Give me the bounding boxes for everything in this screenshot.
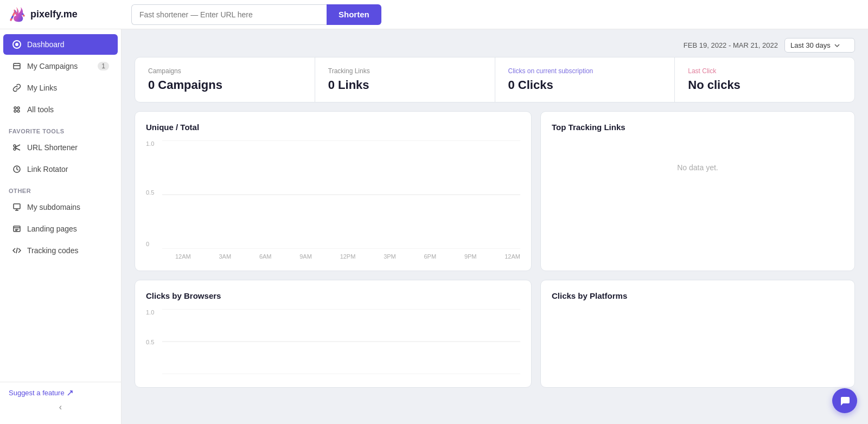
svg-point-9 (14, 148, 16, 150)
x-labels: 12AM 3AM 6AM 9AM 12PM 3PM 6PM 9PM 12AM (162, 251, 520, 260)
svg-point-7 (17, 110, 20, 112)
svg-point-4 (14, 107, 16, 109)
sidebar-item-tracking-codes[interactable]: Tracking codes (3, 240, 118, 261)
chat-icon (839, 395, 851, 407)
stat-campaigns: Campaigns 0 Campaigns (135, 57, 315, 102)
stat-label: Last Click (688, 67, 841, 75)
sidebar-item-my-links[interactable]: My Links (3, 78, 118, 98)
unique-total-svg (162, 140, 520, 249)
campaigns-icon (12, 61, 22, 71)
stat-value: 0 Links (328, 78, 482, 92)
sidebar-item-all-tools[interactable]: All tools (3, 99, 118, 120)
svg-line-11 (16, 148, 20, 150)
sidebar-item-label: Tracking codes (27, 246, 78, 255)
top-tracking-links-card: Top Tracking Links No data yet. (540, 111, 855, 271)
svg-rect-3 (14, 63, 20, 69)
charts-row-2: Clicks by Browsers 1.0 0.5 Clicks by Pla… (135, 280, 855, 388)
stat-links: Tracking Links 0 Links (315, 57, 495, 102)
sidebar-bottom: Suggest a feature ‹ (0, 382, 121, 424)
sidebar-collapse-button[interactable]: ‹ (9, 397, 112, 417)
no-data-text: No data yet. (552, 140, 844, 195)
y-label-05: 0.5 (146, 189, 154, 196)
logo-text: pixelfy.me (30, 9, 78, 20)
code-icon (12, 246, 22, 255)
sidebar-item-label: All tools (27, 105, 54, 114)
svg-point-8 (14, 145, 16, 147)
sidebar-item-label: URL Shortener (27, 143, 78, 152)
chart-title: Clicks by Browsers (146, 291, 520, 300)
stat-clicks: Clicks on current subscription 0 Clicks (495, 57, 675, 102)
chat-widget[interactable] (832, 388, 857, 413)
subdomains-icon (12, 202, 22, 212)
links-icon (12, 83, 22, 93)
y-label-1: 1.0 (146, 140, 154, 147)
sidebar-item-label: Link Rotator (27, 165, 68, 174)
scissors-icon (12, 143, 22, 152)
clicks-by-browsers-chart: Clicks by Browsers 1.0 0.5 (135, 280, 532, 388)
chart-wrapper: 1.0 0.5 (146, 309, 520, 376)
y-label-0: 0 (146, 241, 149, 247)
sidebar-item-my-subdomains[interactable]: My subdomains (3, 197, 118, 217)
stat-last-click: Last Click No clicks (675, 57, 854, 102)
period-selector[interactable]: Last 30 days (784, 38, 855, 53)
sidebar-item-dashboard[interactable]: Dashboard (3, 34, 118, 55)
stat-label: Campaigns (148, 67, 302, 75)
y-label-05: 0.5 (146, 339, 154, 345)
stat-value: No clicks (688, 78, 841, 92)
sidebar-item-landing-pages[interactable]: Landing pages (3, 219, 118, 239)
logo: pixelfy.me (9, 6, 123, 23)
topbar: pixelfy.me Shorten (0, 0, 868, 29)
layout: Dashboard My Campaigns 1 My Links All to… (0, 29, 868, 424)
browsers-svg (162, 309, 520, 374)
sidebar: Dashboard My Campaigns 1 My Links All to… (0, 29, 122, 424)
svg-point-2 (15, 43, 18, 46)
unique-total-chart: Unique / Total 1.0 0.5 0 12AM 3AM 6AM 9A… (135, 111, 532, 271)
chart-title: Top Tracking Links (552, 123, 844, 132)
sidebar-item-my-campaigns[interactable]: My Campaigns 1 (3, 56, 118, 76)
svg-line-10 (16, 145, 20, 147)
charts-row-1: Unique / Total 1.0 0.5 0 12AM 3AM 6AM 9A… (135, 111, 855, 271)
sidebar-item-label: Landing pages (27, 224, 77, 233)
main-content: FEB 19, 2022 - MAR 21, 2022 Last 30 days… (122, 29, 868, 424)
sidebar-item-label: My Links (27, 83, 57, 92)
y-label-1: 1.0 (146, 309, 154, 316)
svg-point-5 (17, 107, 20, 109)
chart-wrapper: 1.0 0.5 0 12AM 3AM 6AM 9AM 12PM 3PM (146, 140, 520, 260)
shorten-button[interactable]: Shorten (327, 4, 381, 25)
clicks-by-platforms-card: Clicks by Platforms (540, 280, 855, 388)
sidebar-item-url-shortener[interactable]: URL Shortener (3, 137, 118, 158)
stats-row: Campaigns 0 Campaigns Tracking Links 0 L… (135, 57, 855, 102)
chart-title: Clicks by Platforms (552, 291, 844, 300)
chart-title: Unique / Total (146, 123, 520, 132)
campaigns-badge: 1 (98, 62, 109, 70)
logo-icon (9, 6, 26, 23)
stat-value: 0 Campaigns (148, 78, 302, 92)
favorite-section-label: FAVORITE TOOLS (0, 120, 121, 137)
date-filter-bar: FEB 19, 2022 - MAR 21, 2022 Last 30 days (122, 29, 868, 57)
stat-value: 0 Clicks (508, 78, 662, 92)
rotator-icon (12, 164, 22, 174)
tools-icon (12, 105, 22, 114)
sidebar-item-label: Dashboard (27, 40, 65, 49)
sidebar-item-label: My Campaigns (27, 62, 78, 70)
svg-point-6 (14, 110, 16, 112)
other-section-label: OTHER (0, 180, 121, 196)
dashboard-icon (12, 40, 22, 49)
stat-label: Clicks on current subscription (508, 67, 662, 75)
url-input[interactable] (131, 4, 327, 25)
date-range-text: FEB 19, 2022 - MAR 21, 2022 (684, 41, 778, 49)
svg-rect-14 (14, 204, 20, 209)
landing-icon (12, 224, 22, 234)
stat-label: Tracking Links (328, 67, 482, 75)
sidebar-item-label: My subdomains (27, 203, 80, 211)
svg-line-19 (16, 248, 17, 253)
sidebar-item-link-rotator[interactable]: Link Rotator (3, 159, 118, 179)
suggest-feature-link[interactable]: Suggest a feature (9, 389, 112, 397)
url-shortener-bar: Shorten (131, 4, 457, 25)
